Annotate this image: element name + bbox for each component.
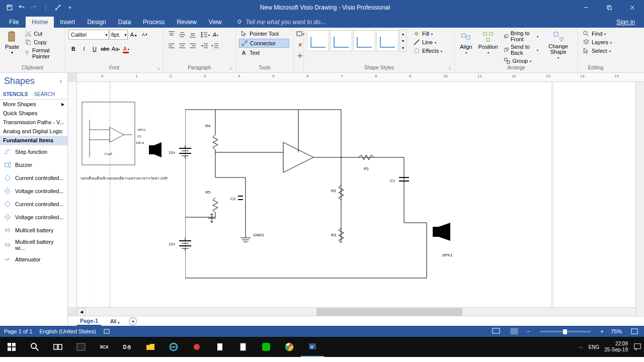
text-tool-button[interactable]: AText (239, 49, 289, 57)
add-page-button[interactable]: + (129, 317, 137, 325)
shape-step-function[interactable]: Step function (0, 145, 67, 158)
scroll-thumb[interactable] (316, 308, 462, 316)
redo-icon[interactable] (28, 2, 39, 13)
shape-multicell-battery-1[interactable]: Multicell battery (0, 224, 67, 237)
taskbar-app-terminal[interactable] (69, 337, 93, 357)
tray-clock[interactable]: 22:09 25-Sep-19 (604, 341, 628, 353)
quick-shapes-item[interactable]: Quick Shapes (0, 109, 67, 118)
horizontal-scrollbar[interactable]: ◀ ▶ (77, 307, 644, 316)
position-button[interactable]: Position▾ (476, 30, 500, 55)
taskbar-app-dvb[interactable]: D⫛ (116, 337, 139, 357)
x-tool-button[interactable]: ✕ (295, 40, 305, 50)
change-shape-button[interactable]: Change Shape▾ (542, 30, 575, 60)
increase-indent-button[interactable] (210, 41, 220, 51)
tab-home[interactable]: Home (26, 17, 54, 28)
style-swatch-2[interactable] (330, 30, 352, 51)
minimize-button[interactable] (575, 0, 598, 15)
rectangle-tool-button[interactable]: ▾ (295, 29, 305, 39)
font-size-select[interactable]: 8pt.▼ (110, 30, 128, 40)
tell-me-search[interactable]: Tell me what you want to do... (232, 17, 330, 28)
save-icon[interactable] (4, 2, 15, 13)
zoom-in-button[interactable]: + (601, 328, 604, 334)
shape-voltage-controlled-2[interactable]: Voltage controlled... (0, 211, 67, 224)
tray-chevron-icon[interactable]: ︿ (579, 343, 584, 350)
stencil-transmission[interactable]: Transmission Paths - V... (0, 118, 67, 127)
connector-tool-button[interactable]: Connector (239, 39, 289, 48)
zoom-value[interactable]: 75% (611, 328, 622, 334)
connector-mode-icon[interactable] (52, 2, 63, 13)
task-view-button[interactable] (46, 337, 69, 357)
vertical-scrollbar[interactable] (635, 82, 644, 317)
undo-icon[interactable] (16, 2, 27, 13)
format-painter-button[interactable]: Format Painter (23, 47, 62, 60)
normal-view-button[interactable] (509, 327, 520, 336)
taskbar-app-record[interactable] (185, 337, 208, 357)
style-gallery[interactable]: ▴▾▾ (307, 30, 407, 52)
tab-design[interactable]: Design (81, 17, 112, 28)
presentation-view-button[interactable] (491, 327, 502, 336)
group-shapes-button[interactable]: Group ▾ (502, 57, 540, 65)
shape-current-controlled-1[interactable]: Current controlled... (0, 171, 67, 185)
signin-link[interactable]: Sign in (612, 17, 639, 28)
taskbar-app-visio[interactable]: V (301, 337, 324, 357)
main-circuit[interactable] (185, 107, 467, 283)
text-direction-button[interactable]: A▾ (210, 30, 220, 40)
align-center-button[interactable] (177, 41, 187, 51)
stencil-fundamental[interactable]: Fundamental Items (0, 136, 67, 145)
effects-button[interactable]: Effects▾ (412, 47, 444, 55)
start-button[interactable] (0, 337, 23, 357)
taskbar-app-3cx[interactable]: 3CX (93, 337, 116, 357)
notifications-icon[interactable] (633, 342, 642, 351)
tab-process[interactable]: Process (137, 17, 171, 28)
taskbar-app-chrome[interactable] (278, 337, 301, 357)
font-family-select[interactable]: Calibri▼ (68, 30, 109, 40)
speaker-symbol-2[interactable] (430, 222, 455, 242)
bring-to-front-button[interactable]: Bring to Front ▾ (502, 30, 540, 43)
align-button[interactable]: Align▾ (458, 30, 474, 55)
style-swatch-3[interactable] (353, 30, 375, 51)
tab-data[interactable]: Data (112, 17, 137, 28)
layers-button[interactable]: Layers▾ (581, 38, 613, 46)
italic-button[interactable]: I (79, 44, 89, 54)
more-shapes-item[interactable]: More Shapes▶ (0, 100, 67, 109)
gallery-more-button[interactable]: ▴▾▾ (399, 30, 407, 52)
shape-buzzer[interactable]: Buzzer (0, 158, 67, 171)
fit-to-window-button[interactable] (629, 327, 640, 336)
drawing-canvas[interactable]: 100 Ω C1 100 Ω 0.1μF วงจรเตือนเมื่อบริเว… (77, 82, 644, 307)
small-schematic[interactable]: 100 Ω C1 100 Ω 0.1μF (79, 100, 147, 170)
style-swatch-1[interactable] (307, 30, 329, 51)
paragraph-dialog-launcher[interactable]: ⤡ (229, 66, 234, 71)
page-tab-1[interactable]: Page-1 (77, 317, 101, 326)
close-button[interactable] (621, 0, 644, 15)
underline-button[interactable]: U (90, 44, 100, 54)
send-to-back-button[interactable]: Send to Back ▾ (502, 43, 540, 56)
connection-point-button[interactable] (295, 51, 305, 61)
find-button[interactable]: Find▾ (581, 30, 613, 38)
all-pages-tab[interactable]: All ▴ (107, 317, 123, 325)
bold-button[interactable]: B (68, 44, 78, 54)
qat-dropdown-icon[interactable]: ▼ (64, 2, 75, 13)
align-right-button[interactable] (188, 41, 198, 51)
scroll-left-button[interactable]: ◀ (77, 308, 86, 316)
shape-attenuator[interactable]: Attenuator (0, 253, 67, 266)
taskbar-app-notepad[interactable] (208, 337, 231, 357)
scroll-track[interactable] (86, 308, 635, 316)
fill-button[interactable]: Fill▾ (412, 30, 444, 38)
maximize-button[interactable] (598, 0, 621, 15)
align-bottom-button[interactable] (188, 30, 198, 40)
decrease-indent-button[interactable] (200, 41, 210, 51)
align-left-button[interactable] (167, 41, 177, 51)
tab-view[interactable]: View (203, 17, 228, 28)
line-button[interactable]: Line▾ (412, 38, 444, 46)
align-top-button[interactable] (167, 30, 177, 40)
search-taskbar-button[interactable] (23, 337, 46, 357)
speaker-symbol-1[interactable] (146, 141, 167, 159)
select-button[interactable]: Select▾ (581, 47, 613, 55)
change-case-button[interactable]: Aa▾ (111, 44, 121, 54)
collapse-pane-icon[interactable] (58, 79, 63, 84)
battery-2[interactable] (175, 237, 195, 252)
grow-font-button[interactable]: A▲ (129, 30, 139, 40)
taskbar-app-ie[interactable] (162, 337, 185, 357)
font-color-button[interactable]: A▾ (121, 44, 131, 54)
tray-lang[interactable]: ENG (589, 344, 600, 350)
